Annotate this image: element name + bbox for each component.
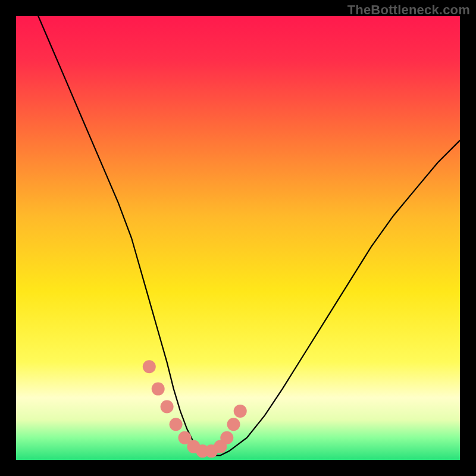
chart-frame: TheBottleneck.com [0,0,476,476]
gradient-background [16,16,460,460]
highlight-dot [170,418,183,431]
highlight-dot [227,418,240,431]
highlight-dot [220,431,233,444]
chart-svg [16,16,460,460]
highlight-dot [234,405,247,418]
highlight-dot [143,360,156,373]
plot-area [16,16,460,460]
highlight-dot [161,400,174,414]
highlight-dot [152,383,165,396]
